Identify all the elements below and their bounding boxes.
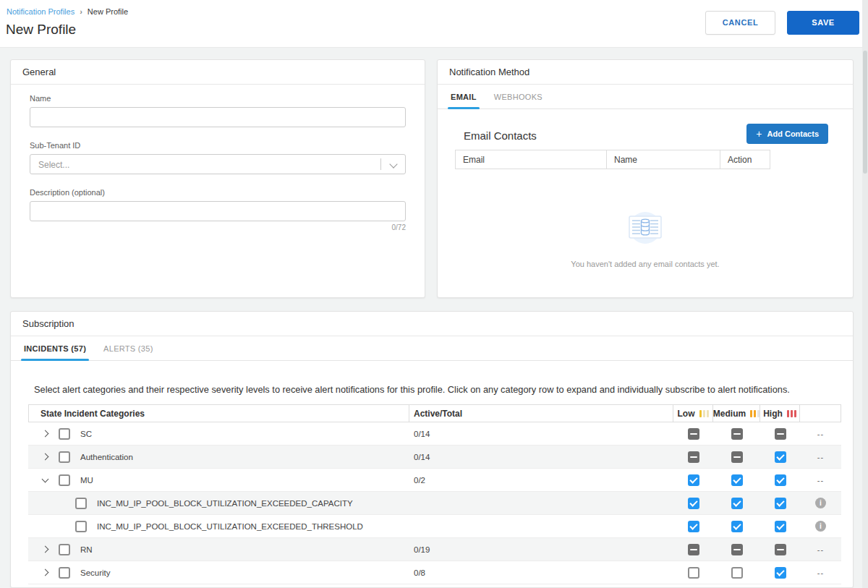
chevron-down-icon[interactable] (42, 475, 49, 482)
incident-table-header: State Incident Categories Active/Total L… (28, 404, 841, 422)
category-name: RN (80, 545, 93, 554)
general-panel: General Name Sub-Tenant ID Select... Des… (10, 59, 425, 298)
row-select-checkbox[interactable] (59, 474, 70, 486)
description-field-group: Description (optional) 0/72 (30, 188, 406, 231)
tab-incidents[interactable]: INCIDENTS (57) (24, 336, 86, 360)
chevron-right-icon[interactable] (42, 569, 49, 576)
high-checkbox[interactable] (775, 474, 786, 486)
info-icon[interactable]: i (815, 498, 826, 508)
active-total: 0/8 (409, 561, 673, 584)
medium-checkbox[interactable] (731, 428, 743, 440)
low-checkbox[interactable] (688, 567, 699, 579)
row-select-checkbox[interactable] (59, 428, 70, 440)
info-icon[interactable]: i (815, 521, 826, 532)
category-name: SC (80, 430, 92, 438)
general-panel-title: General (11, 60, 425, 85)
general-form: Name Sub-Tenant ID Select... Description… (11, 85, 425, 255)
active-total: 0/2 (409, 469, 673, 491)
select-divider (380, 158, 381, 170)
active-total: 0/14 (409, 422, 673, 445)
low-checkbox[interactable] (688, 498, 699, 509)
high-checkbox[interactable] (775, 498, 786, 509)
breadcrumb-separator-icon: › (80, 7, 82, 16)
medium-checkbox[interactable] (731, 521, 743, 532)
subtenant-field-group: Sub-Tenant ID Select... (30, 141, 406, 174)
save-button[interactable]: SAVE (787, 11, 859, 35)
table-row-inc-mu-capacity[interactable]: INC_MU_IP_POOL_BLOCK_UTILIZATION_EXCEEDE… (28, 492, 841, 515)
email-contacts-heading: Email Contacts (464, 129, 537, 142)
cancel-button[interactable]: CANCEL (705, 11, 775, 35)
row-select-checkbox[interactable] (59, 451, 70, 463)
incident-categories-table: State Incident Categories Active/Total L… (28, 404, 841, 584)
breadcrumb-link-notification-profiles[interactable]: Notification Profiles (7, 7, 75, 16)
plus-icon: + (756, 128, 762, 140)
severity-high-icon (787, 410, 796, 417)
notification-method-panel: Notification Method EMAIL WEBHOOKS Email… (437, 59, 854, 298)
name-input[interactable] (30, 107, 406, 127)
email-contacts-table-header: Email Name Action (455, 150, 770, 169)
chevron-right-icon[interactable] (42, 430, 49, 438)
incident-name: INC_MU_IP_POOL_BLOCK_UTILIZATION_EXCEEDE… (97, 522, 363, 531)
active-total (409, 492, 673, 514)
high-checkbox[interactable] (775, 428, 786, 440)
medium-checkbox[interactable] (731, 451, 743, 463)
subscription-description: Select alert categories and their respec… (34, 384, 790, 395)
category-name: Authentication (80, 453, 133, 461)
high-checkbox[interactable] (775, 544, 786, 555)
incident-name: INC_MU_IP_POOL_BLOCK_UTILIZATION_EXCEEDE… (97, 499, 353, 508)
row-select-checkbox[interactable] (59, 567, 70, 579)
high-checkbox[interactable] (775, 521, 786, 532)
low-checkbox[interactable] (688, 544, 699, 555)
tab-email[interactable]: EMAIL (451, 85, 477, 108)
row-select-checkbox[interactable] (75, 498, 87, 509)
medium-checkbox[interactable] (731, 544, 743, 555)
subscription-tabbar: INCIDENTS (57) ALERTS (35) (11, 336, 853, 361)
email-contacts-col-email: Email (455, 150, 607, 169)
col-low: Low (673, 405, 713, 422)
breadcrumb: Notification Profiles › New Profile (7, 7, 128, 16)
subscription-title: Subscription (11, 312, 853, 336)
tab-alerts[interactable]: ALERTS (35) (103, 336, 153, 360)
high-checkbox[interactable] (775, 567, 786, 579)
col-active-total: Active/Total (409, 405, 673, 422)
table-row-security[interactable]: Security 0/8 -- (28, 561, 841, 584)
scrollbar-thumb[interactable] (863, 51, 867, 174)
high-checkbox[interactable] (775, 451, 786, 463)
low-checkbox[interactable] (688, 451, 699, 463)
add-contacts-button[interactable]: +Add Contacts (746, 124, 828, 144)
table-row-mu[interactable]: MU 0/2 -- (28, 469, 841, 492)
low-checkbox[interactable] (688, 474, 699, 486)
low-checkbox[interactable] (688, 521, 699, 532)
vertical-scrollbar[interactable] (862, 0, 868, 588)
tab-webhooks[interactable]: WEBHOOKS (494, 85, 542, 108)
name-field-group: Name (30, 94, 406, 127)
medium-checkbox[interactable] (731, 474, 743, 486)
add-contacts-label: Add Contacts (767, 129, 820, 138)
active-total: 0/19 (409, 538, 673, 561)
description-label: Description (optional) (30, 188, 406, 197)
col-action-empty (800, 405, 841, 422)
subtenant-select-placeholder: Select... (38, 160, 69, 170)
subtenant-select[interactable]: Select... (30, 154, 406, 174)
table-row-rn[interactable]: RN 0/19 -- (28, 538, 841, 561)
active-total (409, 515, 673, 537)
medium-checkbox[interactable] (731, 567, 743, 579)
medium-checkbox[interactable] (731, 498, 743, 509)
chevron-right-icon[interactable] (42, 546, 49, 553)
notification-method-tabbar: EMAIL WEBHOOKS (438, 85, 853, 109)
table-row-authentication[interactable]: Authentication 0/14 -- (28, 446, 841, 469)
breadcrumb-current: New Profile (88, 7, 128, 16)
action-dash: -- (817, 453, 824, 461)
row-select-checkbox[interactable] (59, 544, 70, 555)
description-input[interactable] (30, 201, 406, 221)
empty-contacts-icon (622, 210, 668, 248)
subscription-panel: Subscription INCIDENTS (57) ALERTS (35) … (10, 311, 854, 588)
col-high-label: High (763, 409, 783, 419)
chevron-right-icon[interactable] (42, 453, 49, 461)
low-checkbox[interactable] (688, 428, 699, 440)
row-select-checkbox[interactable] (75, 521, 87, 532)
notification-method-title: Notification Method (438, 60, 853, 85)
category-name: MU (80, 476, 93, 485)
table-row-sc[interactable]: SC 0/14 -- (28, 422, 841, 446)
table-row-inc-mu-threshold[interactable]: INC_MU_IP_POOL_BLOCK_UTILIZATION_EXCEEDE… (28, 515, 841, 538)
